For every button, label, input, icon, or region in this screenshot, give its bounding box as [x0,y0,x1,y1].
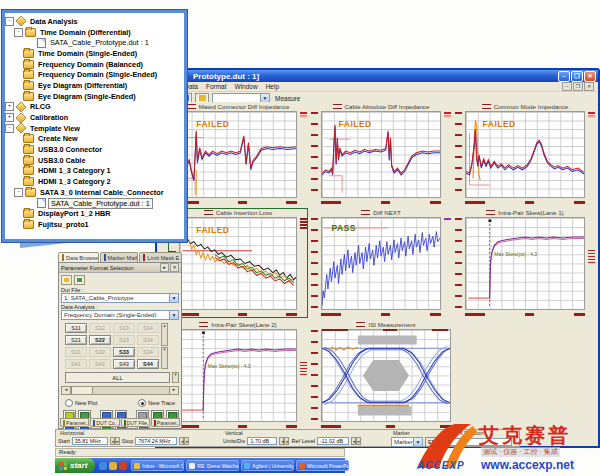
ie-icon[interactable] [99,462,107,470]
stop-field[interactable]: 7674.24 MHz [135,437,177,445]
sparam-button-s24[interactable]: S24 [137,335,159,345]
menu-format[interactable]: Format [206,83,227,90]
taskbar-task-button[interactable]: Agilent | University S... [241,460,294,471]
sparam-button-s13[interactable]: S13 [113,323,135,333]
plot-intra-pair-skew-lane2[interactable]: Max Skew(ps) : 4.3 [179,329,297,422]
tree-item[interactable]: -Data Analysis [5,16,184,27]
sparam-button-s12[interactable]: S12 [89,323,111,333]
export-button[interactable] [61,275,72,285]
start-field[interactable]: 35.81 MHz [72,437,108,445]
new-plot-radio[interactable]: New Plot [65,399,97,407]
all-button[interactable]: ALL [65,372,170,383]
sparam-button-s42[interactable]: S42 [89,359,111,369]
tree-item[interactable]: -Time Domain (Differential) [5,27,184,38]
chevron-down-icon[interactable]: ▼ [169,311,178,319]
bottom-tab-paramet-[interactable]: Paramet... [60,418,89,427]
ref-spinner[interactable]: ◄► [351,437,361,445]
plot-intra-pair-skew-lane1[interactable]: Max Skew(ps) : 4.3 [465,217,585,310]
bottom-tab-dut-co-[interactable]: DUT Co... [90,418,119,427]
collapse-icon[interactable]: - [14,28,23,37]
plot-isi-measurement[interactable] [321,329,451,422]
new-trace-radio[interactable]: New Trace [138,399,175,407]
plot-mated-connector-diff-impedance[interactable]: FAILED [179,111,297,198]
tree-item[interactable]: Frequency Domain (Single-Ended) [5,69,184,80]
dut-file-select[interactable]: 1: SATA_Cable_Prototype ▼ [61,293,179,303]
tree-item[interactable]: Eye Diagram (Differential) [5,80,184,91]
tree-item[interactable]: DisplayPort 1_2 HBR [5,208,184,219]
chart-mated-connector-diff-impedance[interactable]: Mated Connector Diff ImpedanceFAILED [168,102,308,206]
all-dropdown[interactable]: ▼ [172,372,179,383]
data-analysis-select[interactable]: Frequency Domain (Single-Ended) ▼ [61,310,179,320]
panel-close-button[interactable]: ✕ [170,263,179,272]
mdi-close-button[interactable]: ✕ [584,82,594,91]
tab-data-browser[interactable]: Data Browser [58,252,99,262]
tree-item[interactable]: -Template View [5,123,184,134]
refresh-button[interactable] [74,275,85,285]
outlook-icon[interactable] [109,462,117,470]
sparam-button-s14[interactable]: S14 [137,323,159,333]
start-spinner[interactable]: ◄► [110,437,120,445]
expand-icon[interactable]: + [5,113,14,122]
bottom-tab-dut-file-[interactable]: DUT File... [121,418,150,427]
tree-item[interactable]: -SATA 3_0 Internal Cable_Connector [5,187,184,198]
tree-item[interactable]: SATA_Cable_Prototype.dut : 1 [5,198,184,209]
scroll-left-icon[interactable]: ◄ [62,387,71,394]
chart-intra-pair-skew-lane2[interactable]: Intra-Pair Skew(Lane 2)Max Skew(ps) : 4.… [168,320,308,430]
horizontal-scrollbar[interactable]: ◄ ► [61,386,179,395]
titlebar[interactable]: Prototype.dut : 1] – ❐ ✕ [157,70,598,82]
sparam-button-s44[interactable]: S44 [137,359,159,369]
taskbar-task-button[interactable]: Microsoft PowerPoint... [296,460,349,471]
expand-icon[interactable]: + [5,102,14,111]
tree-item[interactable]: USB3.0 Connector [5,144,184,155]
taskbar-task-button[interactable]: RE: Demo Watched s... [186,460,239,471]
tree-item[interactable]: Eye Diagram (Single-Ended) [5,91,184,102]
menu-help[interactable]: Help [266,83,279,90]
tree-item[interactable]: HDMI 1_3 Category 1 [5,166,184,177]
taskbar-task-button[interactable]: Inbox - Microsoft Out... [131,460,184,471]
tab-marker-math[interactable]: Marker Math [100,252,139,262]
tree-item[interactable]: HDMI 1_3 Category 2 [5,176,184,187]
tree-item[interactable]: Fujitsu_proto1 [5,219,184,230]
sparam-button-s41[interactable]: S41 [65,359,87,369]
tree-item[interactable]: Create New [5,134,184,145]
units-div-field[interactable]: 1.70 dB [247,437,277,445]
restore-button[interactable]: ❐ [571,71,583,82]
sparam-button-s11[interactable]: S11 [65,323,87,333]
collapse-icon[interactable]: - [5,124,14,133]
close-button[interactable]: ✕ [584,71,596,82]
ref-level-field[interactable]: -11.02 dB [317,437,349,445]
chart-common-mode-impedance[interactable]: Common Mode ImpedanceFAILED [454,102,596,206]
sparam-button-s22[interactable]: S22 [89,335,111,345]
sparam-button-s31[interactable]: S31 [65,347,87,357]
sparam-button-s21[interactable]: S21 [65,335,87,345]
tree-item[interactable]: Time Domain (Single-Ended) [5,48,184,59]
chart-cable-absolute-diff-impedance[interactable]: Cable Absolute Diff ImpedanceFAILED [310,102,452,206]
bottom-tab-paramet-[interactable]: Paramet... [151,418,180,427]
tree-item[interactable]: SATA_Cable_Prototype.dut : 1 [5,37,184,48]
chart-cable-insertion-loss[interactable]: Cable Insertion LossFAILED [168,208,308,318]
sparam-button-s34[interactable]: S34 [137,347,159,357]
pin-button[interactable]: ▸ [160,263,169,272]
stop-spinner[interactable]: ◄► [179,437,189,445]
sparameter-scrollbar[interactable]: ▲▼ [161,323,168,369]
sparam-button-s23[interactable]: S23 [113,335,135,345]
plot-cable-insertion-loss[interactable]: FAILED [179,217,297,310]
scrollbar-thumb[interactable] [71,386,93,395]
sparam-button-s33[interactable]: S33 [113,347,135,357]
units-spinner[interactable]: ◄► [279,437,289,445]
media-icon[interactable] [119,462,127,470]
plot-cable-absolute-diff-impedance[interactable]: FAILED [321,111,441,198]
tree-item[interactable]: Frequency Domain (Balanced) [5,59,184,70]
collapse-icon[interactable]: - [5,17,14,26]
plot-common-mode-impedance[interactable]: FAILED [465,111,585,198]
scroll-right-icon[interactable]: ► [169,387,178,394]
mdi-minimize-button[interactable]: – [562,82,572,91]
sparam-button-s43[interactable]: S43 [113,359,135,369]
start-button[interactable]: start [55,458,95,473]
sparam-button-s32[interactable]: S32 [89,347,111,357]
chart-diff-next[interactable]: Diff NEXTPASS [310,208,452,318]
measure-menu[interactable]: Measure [275,95,300,102]
chevron-down-icon[interactable]: ▼ [260,94,269,102]
plot-diff-next[interactable]: PASS [321,217,441,310]
tree-item[interactable]: USB3.0 Cable [5,155,184,166]
